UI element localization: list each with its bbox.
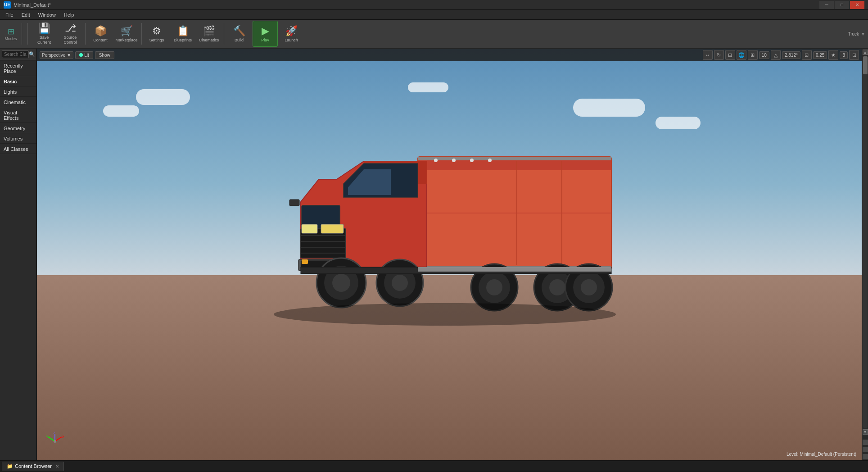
scroll-up-button[interactable]: ▲: [863, 50, 868, 55]
truck-model: [274, 139, 625, 329]
save-current-button[interactable]: 💾 Save Current: [32, 21, 57, 47]
scrollbar-track: [863, 56, 868, 428]
title-bar: UE Minimal_Default* ─ □ ✕: [0, 0, 868, 10]
quality-icon[interactable]: ★: [828, 50, 838, 60]
marketplace-label: Marketplace: [115, 38, 137, 43]
play-button[interactable]: ▶ Play: [253, 21, 278, 47]
level-info: Level: Minimal_Default (Persistent): [787, 452, 856, 457]
translate-tool-icon[interactable]: ↔: [703, 50, 713, 60]
svg-text:Z: Z: [53, 432, 55, 435]
bottom-tab-bar: 📁 Content Browser ✕: [0, 461, 868, 472]
basic-category[interactable]: Basic: [0, 76, 36, 86]
perspective-dropdown[interactable]: Perspective ▼: [40, 51, 73, 59]
cloud-3: [573, 99, 645, 117]
menu-edit[interactable]: Edit: [18, 11, 34, 18]
svg-point-33: [332, 274, 350, 292]
svg-rect-40: [418, 267, 611, 272]
rotate-tool-icon[interactable]: ↻: [714, 50, 724, 60]
close-button[interactable]: ✕: [850, 1, 864, 9]
cloud-2: [103, 105, 139, 117]
svg-rect-19: [302, 224, 317, 233]
play-label: Play: [261, 38, 269, 43]
lit-label: Lit: [84, 53, 89, 58]
menu-window[interactable]: Window: [35, 11, 59, 18]
menu-help[interactable]: Help: [60, 11, 78, 18]
cinematics-icon: 🎬: [203, 25, 215, 37]
scroll-down-button[interactable]: ▼: [863, 429, 868, 435]
content-browser-icon: 📁: [7, 463, 13, 469]
search-input[interactable]: [2, 50, 29, 58]
world-local-icon[interactable]: 🌐: [737, 50, 746, 60]
show-button[interactable]: Show: [95, 51, 114, 59]
launch-label: Launch: [285, 38, 298, 43]
quality-value: 3: [840, 51, 848, 59]
marketplace-button[interactable]: 🛒 Marketplace: [114, 21, 139, 47]
content-browser-tab[interactable]: 📁 Content Browser ✕: [2, 462, 64, 471]
right-side-icons: [863, 440, 868, 459]
maximize-viewport-icon[interactable]: ⊡: [849, 50, 859, 60]
angle-icon[interactable]: △: [771, 50, 781, 60]
svg-rect-21: [289, 200, 299, 206]
blueprints-button[interactable]: 📋 Blueprints: [170, 21, 195, 47]
modes-toggle[interactable]: ⊞ Modes: [3, 27, 19, 41]
all-classes-category[interactable]: All Classes: [0, 144, 36, 154]
visual-effects-category[interactable]: Visual Effects: [0, 107, 36, 123]
scale-tool-icon[interactable]: ⊞: [725, 50, 735, 60]
minimize-button[interactable]: ─: [819, 1, 834, 9]
svg-point-38: [274, 303, 616, 326]
volumes-category[interactable]: Volumes: [0, 133, 36, 144]
launch-button[interactable]: 🚀 Launch: [279, 21, 304, 47]
modes-panel: 🔍 ▼ Recently Place Basic Lights Cinemati…: [0, 49, 37, 460]
cinematics-button[interactable]: 🎬 Cinematics: [196, 21, 222, 47]
axis-gizmo: X Y Z: [46, 432, 64, 450]
toolbar-sep-1: [85, 23, 86, 45]
build-label: Build: [235, 38, 244, 43]
search-icon[interactable]: 🔍: [29, 51, 35, 58]
source-control-label: Source Control: [59, 35, 82, 45]
side-icon-2[interactable]: [863, 447, 868, 452]
menu-file[interactable]: File: [2, 11, 17, 18]
svg-point-9: [470, 159, 474, 162]
cinematic-category[interactable]: Cinematic: [0, 97, 36, 107]
svg-point-27: [581, 279, 597, 295]
svg-point-47: [54, 440, 56, 443]
source-control-button[interactable]: ⎇ Source Control: [58, 21, 83, 47]
lights-category[interactable]: Lights: [0, 86, 36, 97]
lit-dot-icon: [79, 53, 83, 57]
angle-value: 2.812°: [782, 51, 800, 59]
toolbar-sep-3: [224, 23, 224, 45]
lit-button[interactable]: Lit: [75, 51, 93, 59]
content-browser-label: Content Browser: [15, 463, 52, 469]
geometry-category[interactable]: Geometry: [0, 123, 36, 133]
recently-placed-category[interactable]: Recently Place: [0, 60, 36, 76]
menu-bar: File Edit Window Help: [0, 10, 868, 20]
main-layout: 🔍 ▼ Recently Place Basic Lights Cinemati…: [0, 49, 868, 460]
side-icon-3[interactable]: [863, 454, 868, 459]
build-icon: 🔨: [233, 25, 245, 37]
dropdown-arrow-icon: ▼: [861, 32, 865, 36]
search-bar: 🔍 ▼: [0, 49, 36, 60]
scrollbar-thumb[interactable]: [863, 56, 868, 74]
perspective-label: Perspective: [42, 53, 65, 58]
blueprints-label: Blueprints: [174, 38, 192, 43]
grid-snap-icon[interactable]: ⊞: [748, 50, 758, 60]
scale-snap-icon[interactable]: ⊡: [802, 50, 812, 60]
svg-rect-39: [302, 259, 308, 264]
svg-point-24: [549, 279, 565, 295]
toolbar-sep-2: [141, 23, 142, 45]
viewport-toolbar: Perspective ▼ Lit Show ↔ ↻ ⊞ 🌐 ⊞ 10 △ 2.…: [37, 49, 862, 61]
save-current-label: Save Current: [32, 35, 56, 45]
build-button[interactable]: 🔨 Build: [226, 21, 252, 47]
settings-button[interactable]: ⚙ Settings: [144, 21, 169, 47]
viewport: Perspective ▼ Lit Show ↔ ↻ ⊞ 🌐 ⊞ 10 △ 2.…: [37, 49, 862, 460]
scale-value: 0.25: [813, 51, 827, 59]
viewport-axis: X Y Z: [46, 432, 64, 451]
svg-point-7: [434, 159, 438, 162]
viewport-right-tools: ↔ ↻ ⊞ 🌐 ⊞ 10 △ 2.812° ⊡ 0.25 ★ 3 ⊡: [703, 50, 859, 60]
side-icon-1[interactable]: [863, 440, 868, 445]
tab-close-icon[interactable]: ✕: [55, 464, 59, 469]
perspective-arrow-icon: ▼: [67, 53, 71, 58]
show-label: Show: [99, 53, 110, 58]
content-button[interactable]: 📦 Content: [88, 21, 113, 47]
maximize-button[interactable]: □: [835, 1, 849, 9]
